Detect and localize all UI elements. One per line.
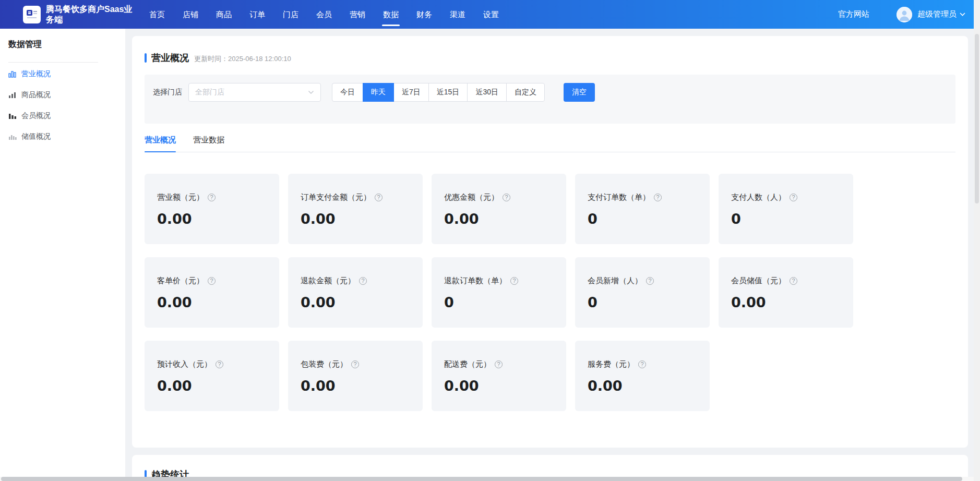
metric-label: 退款订单数（单） (444, 276, 507, 286)
sidebar-item-goods-overview[interactable]: 商品概况 (8, 85, 117, 105)
date-range-15d[interactable]: 近15日 (428, 83, 468, 102)
bar-chart-icon (8, 112, 17, 120)
help-icon[interactable] (790, 194, 797, 201)
nav-item-home[interactable]: 首页 (149, 0, 165, 29)
metric-label: 包装费（元） (301, 359, 348, 369)
tab-business-data[interactable]: 营业数据 (193, 135, 224, 152)
store-select-label: 选择门店 (153, 88, 182, 97)
app-root: 腾马餐饮多商户Saas业务端 首页 店铺 商品 订单 门店 会员 营销 数据 财… (0, 0, 980, 481)
user-name[interactable]: 超级管理员 (917, 9, 957, 19)
user-icon (897, 7, 912, 22)
metric-value: 0 (731, 211, 841, 227)
vertical-scrollbar-thumb[interactable] (975, 34, 979, 203)
help-icon[interactable] (638, 360, 646, 368)
metric-value: 0.00 (157, 378, 267, 394)
tab-business-overview[interactable]: 营业概况 (145, 135, 176, 152)
nav-item-store[interactable]: 店铺 (183, 0, 198, 29)
date-range-today[interactable]: 今日 (332, 83, 363, 102)
help-icon[interactable] (208, 194, 216, 201)
official-site-link[interactable]: 官方网站 (838, 9, 869, 19)
date-range-30d[interactable]: 近30日 (467, 83, 507, 102)
metric-card: 订单支付金额（元） 0.00 (288, 174, 423, 244)
metric-label: 服务费（元） (588, 359, 635, 369)
metric-card: 预计收入（元） 0.00 (145, 341, 279, 411)
nav-item-members[interactable]: 会员 (316, 0, 332, 29)
nav-item-channels[interactable]: 渠道 (450, 0, 465, 29)
sidebar-item-stored-value-overview[interactable]: 储值概况 (8, 126, 117, 147)
bar-chart-icon (8, 70, 17, 78)
metric-label: 会员新增（人） (588, 276, 642, 286)
clear-button[interactable]: 清空 (564, 83, 595, 102)
help-icon[interactable] (351, 360, 359, 368)
sidebar-title: 数据管理 (8, 39, 117, 50)
metric-value: 0 (588, 211, 697, 227)
help-icon[interactable] (503, 194, 510, 201)
metric-value: 0.00 (301, 211, 410, 227)
sidebar-divider (8, 62, 98, 63)
metric-card: 配送费（元） 0.00 (432, 341, 566, 411)
horizontal-scrollbar-thumb[interactable] (1, 477, 962, 481)
store-select[interactable]: 全部门店 (188, 83, 321, 102)
nav-item-orders[interactable]: 订单 (249, 0, 265, 29)
help-icon[interactable] (510, 277, 518, 285)
date-range-custom[interactable]: 自定义 (506, 83, 545, 102)
metric-value: 0.00 (157, 294, 267, 310)
help-icon[interactable] (646, 277, 654, 285)
bar-chart-icon (8, 133, 17, 141)
metric-label: 退款金额（元） (301, 276, 355, 286)
filter-row: 选择门店 全部门店 今日 昨天 近7日 近15日 近30日 自定义 清空 (153, 83, 947, 102)
metric-label: 支付订单数（单） (588, 193, 650, 202)
help-icon[interactable] (790, 277, 797, 285)
avatar[interactable] (897, 7, 912, 22)
date-range-group: 今日 昨天 近7日 近15日 近30日 自定义 (332, 83, 545, 102)
metric-value: 0.00 (157, 211, 267, 227)
metric-label: 预计收入（元） (157, 359, 212, 369)
nav-item-branches[interactable]: 门店 (283, 0, 298, 29)
help-icon[interactable] (375, 194, 383, 201)
sidebar-item-label: 商品概况 (21, 90, 51, 100)
help-icon[interactable] (495, 360, 503, 368)
chevron-down-icon[interactable] (960, 13, 965, 16)
help-icon[interactable] (654, 194, 662, 201)
bar-chart-icon (8, 91, 17, 99)
date-range-yesterday[interactable]: 昨天 (363, 83, 394, 102)
metric-label: 营业额（元） (157, 193, 204, 202)
metric-card: 客单价（元） 0.00 (145, 257, 279, 328)
metric-label: 客单价（元） (157, 276, 204, 286)
nav-item-settings[interactable]: 设置 (483, 0, 499, 29)
sidebar-item-member-overview[interactable]: 会员概况 (8, 105, 117, 126)
nav-item-finance[interactable]: 财务 (416, 0, 432, 29)
help-icon[interactable] (216, 360, 223, 368)
metric-card: 包装费（元） 0.00 (288, 341, 423, 411)
metric-value: 0.00 (301, 294, 410, 310)
overview-tabs: 营业概况 营业数据 (145, 135, 955, 152)
sidebar: 数据管理 营业概况 商品概况 会员概况 (0, 29, 125, 481)
sidebar-item-label: 营业概况 (21, 69, 51, 79)
horizontal-scrollbar[interactable] (0, 477, 974, 481)
help-icon[interactable] (208, 277, 216, 285)
sidebar-item-label: 会员概况 (21, 111, 51, 121)
help-icon[interactable] (359, 277, 367, 285)
vertical-scrollbar[interactable] (974, 0, 980, 481)
metric-label: 会员储值（元） (731, 276, 786, 286)
logo-icon (26, 9, 38, 20)
metric-card: 营业额（元） 0.00 (145, 174, 279, 244)
sidebar-list: 营业概况 商品概况 会员概况 储值概况 (8, 64, 117, 147)
nav-item-marketing[interactable]: 营销 (350, 0, 365, 29)
update-time: 更新时间：2025-06-18 12:00:10 (194, 54, 291, 64)
brand: 腾马餐饮多商户Saas业务端 (23, 4, 134, 25)
sidebar-item-business-overview[interactable]: 营业概况 (8, 64, 117, 85)
metric-card: 支付人数（人） 0 (719, 174, 853, 244)
logo (23, 6, 41, 23)
filter-bar: 选择门店 全部门店 今日 昨天 近7日 近15日 近30日 自定义 清空 (145, 75, 955, 124)
metric-value: 0.00 (444, 211, 554, 227)
business-overview-card: 营业概况 更新时间：2025-06-18 12:00:10 选择门店 全部门店 … (132, 36, 968, 448)
chevron-down-icon (308, 90, 314, 94)
brand-name: 腾马餐饮多商户Saas业务端 (46, 4, 134, 25)
date-range-7d[interactable]: 近7日 (393, 83, 429, 102)
main-menu: 首页 店铺 商品 订单 门店 会员 营销 数据 财务 渠道 设置 (149, 0, 517, 29)
metric-card: 服务费（元） 0.00 (575, 341, 710, 411)
metric-label: 优惠金额（元） (444, 193, 499, 202)
nav-item-data[interactable]: 数据 (383, 0, 399, 29)
nav-item-goods[interactable]: 商品 (216, 0, 232, 29)
